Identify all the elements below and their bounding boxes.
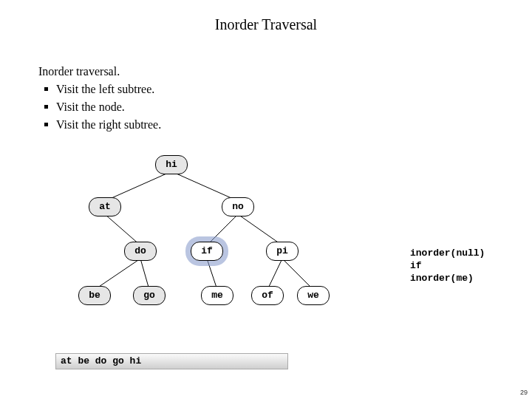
call-stack: inorder(null) if inorder(me) (410, 248, 514, 285)
svg-line-7 (207, 259, 217, 290)
tree-diagram: hi at no do if pi be go me of we (59, 155, 369, 332)
svg-line-9 (282, 259, 313, 290)
bullet-item: Visit the left subtree. (41, 81, 161, 98)
svg-line-6 (140, 259, 149, 290)
svg-line-8 (267, 259, 282, 290)
svg-line-1 (171, 171, 238, 201)
svg-line-0 (105, 171, 171, 201)
tree-node-go: go (133, 286, 166, 305)
svg-line-5 (95, 259, 140, 290)
tree-node-do: do (124, 242, 157, 261)
svg-line-2 (105, 214, 140, 245)
bullet-item: Visit the right subtree. (41, 116, 161, 134)
svg-line-4 (238, 214, 282, 245)
tree-node-pi: pi (266, 242, 299, 261)
callstack-line: inorder(me) (410, 273, 514, 285)
tree-node-me: me (201, 286, 233, 305)
svg-line-3 (207, 214, 238, 245)
page-title: Inorder Traversal (0, 0, 532, 33)
callstack-line: inorder(null) (410, 248, 514, 260)
callstack-line: if (410, 260, 514, 273)
description: Inorder traversal. Visit the left subtre… (38, 63, 161, 134)
tree-node-we: we (297, 286, 330, 305)
page-number: 29 (520, 389, 528, 396)
bullet-item: Visit the node. (41, 98, 161, 116)
tree-node-no: no (222, 197, 254, 216)
output-sequence: at be do go hi (55, 353, 288, 369)
desc-heading: Inorder traversal. (38, 63, 161, 81)
tree-node-be: be (78, 286, 111, 305)
tree-node-if: if (191, 242, 223, 261)
tree-node-hi: hi (155, 155, 188, 174)
tree-node-at: at (89, 197, 121, 216)
tree-node-of: of (251, 286, 284, 305)
